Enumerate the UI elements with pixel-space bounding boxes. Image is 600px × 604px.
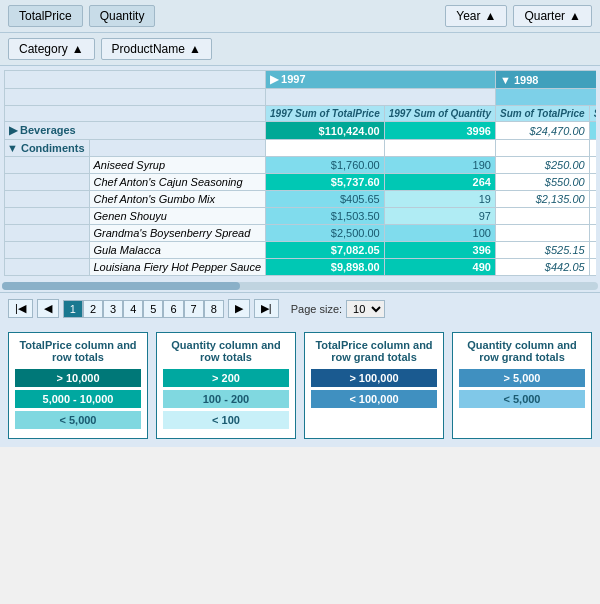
pivot-container: ▶ 1997 ▼ 1998 Quarter 1 1997 Sum of Tota… <box>0 66 600 280</box>
bev-1998tp: $24,470.00 <box>495 122 589 140</box>
product-name: Chef Anton's Gumbo Mix <box>89 191 266 208</box>
prod-1998tp: $250.00 <box>495 157 589 174</box>
page-2-btn[interactable]: 2 <box>83 300 103 318</box>
pivot-table: ▶ 1997 ▼ 1998 Quarter 1 1997 Sum of Tota… <box>4 70 596 276</box>
prod-1998tp <box>495 225 589 242</box>
first-page-btn[interactable]: |◀ <box>8 299 33 318</box>
scrollbar-thumb <box>2 282 240 290</box>
quarter1-header: Quarter 1 <box>495 89 596 106</box>
prod-1997tp: $1,760.00 <box>266 157 385 174</box>
row-indent <box>5 174 90 191</box>
page-5-btn[interactable]: 5 <box>143 300 163 318</box>
page-3-btn[interactable]: 3 <box>103 300 123 318</box>
legend-box-quantity: Quantity column and row totals > 200 100… <box>156 332 296 439</box>
legend-title-2: Quantity column and row totals <box>163 339 289 363</box>
legend-title-1: TotalPrice column and row totals <box>15 339 141 363</box>
prod-1997tp: $5,737.60 <box>266 174 385 191</box>
category-cell: ▶ Beverages <box>5 122 266 140</box>
quarter-label: Quarter <box>524 9 565 23</box>
quarter-sort-icon: ▲ <box>569 9 581 23</box>
prod-1998qty <box>589 225 596 242</box>
legend-box-totalprice-grand: TotalPrice column and row grand totals >… <box>304 332 444 439</box>
row-indent <box>5 157 90 174</box>
sum1997qty-header: 1997 Sum of Quantity <box>384 106 495 122</box>
c-1997qty <box>384 140 495 157</box>
category-filter-btn[interactable]: Category ▲ <box>8 38 95 60</box>
productname-sort-icon: ▲ <box>189 42 201 56</box>
quarter-sort-btn[interactable]: Quarter ▲ <box>513 5 592 27</box>
sum-tp-header: Sum of TotalPrice <box>495 106 589 122</box>
sum-qty-header: Sum of Quantity <box>589 106 596 122</box>
year-label: Year <box>456 9 480 23</box>
prod-1998qty <box>589 208 596 225</box>
c-1998qty <box>589 140 596 157</box>
prev-page-btn[interactable]: ◀ <box>37 299 59 318</box>
c-1997tp <box>266 140 385 157</box>
prod-1997qty: 97 <box>384 208 495 225</box>
legend-title-4: Quantity column and row grand totals <box>459 339 585 363</box>
page-7-btn[interactable]: 7 <box>184 300 204 318</box>
prod-1998qty: 27 <box>589 242 596 259</box>
prod-1997tp: $405.65 <box>266 191 385 208</box>
legend-item-1-1: > 10,000 <box>15 369 141 387</box>
prod-1997qty: 100 <box>384 225 495 242</box>
legend-item-2-1: > 200 <box>163 369 289 387</box>
prod-1997tp: $7,082.05 <box>266 242 385 259</box>
product-name: Chef Anton's Cajun Seasoning <box>89 174 266 191</box>
legend-item-3-2: < 100,000 <box>311 390 437 408</box>
year-sort-btn[interactable]: Year ▲ <box>445 5 507 27</box>
filter-toolbar: Category ▲ ProductName ▲ <box>0 33 600 66</box>
legend-area: TotalPrice column and row totals > 10,00… <box>0 324 600 447</box>
product-name: Genen Shouyu <box>89 208 266 225</box>
product-name: Gula Malacca <box>89 242 266 259</box>
page-size-select[interactable]: 10 20 50 <box>346 300 385 318</box>
prod-1998qty: 100 <box>589 191 596 208</box>
prod-1997qty: 396 <box>384 242 495 259</box>
legend-item-1-3: < 5,000 <box>15 411 141 429</box>
prod-1997tp: $2,500.00 <box>266 225 385 242</box>
prod-1997tp: $1,503.50 <box>266 208 385 225</box>
product-name: Aniseed Syrup <box>89 157 266 174</box>
quantity-btn[interactable]: Quantity <box>89 5 156 27</box>
horizontal-scrollbar[interactable] <box>0 280 600 292</box>
page-4-btn[interactable]: 4 <box>123 300 143 318</box>
year-1997-header: ▶ 1997 <box>266 71 496 89</box>
row-indent <box>5 259 90 276</box>
legend-title-3: TotalPrice column and row grand totals <box>311 339 437 363</box>
year-1998-header: ▼ 1998 <box>495 71 596 89</box>
totalprice-btn[interactable]: TotalPrice <box>8 5 83 27</box>
row-indent <box>5 208 90 225</box>
legend-item-4-2: < 5,000 <box>459 390 585 408</box>
legend-box-quantity-grand: Quantity column and row grand totals > 5… <box>452 332 592 439</box>
prod-1998tp: $525.15 <box>495 242 589 259</box>
legend-item-1-2: 5,000 - 10,000 <box>15 390 141 408</box>
row-indent <box>5 191 90 208</box>
prod-1998tp: $550.00 <box>495 174 589 191</box>
sum1997tp-header: 1997 Sum of TotalPrice <box>266 106 385 122</box>
page-size-label: Page size: <box>291 303 342 315</box>
row-indent <box>5 225 90 242</box>
prod-1998qty: 25 <box>589 174 596 191</box>
next-page-btn[interactable]: ▶ <box>228 299 250 318</box>
page-1-btn[interactable]: 1 <box>63 300 83 318</box>
category-sort-icon: ▲ <box>72 42 84 56</box>
scrollbar-track <box>2 282 598 290</box>
prod-1998tp <box>495 208 589 225</box>
bev-1997tp: $110,424.00 <box>266 122 385 140</box>
legend-item-2-2: 100 - 200 <box>163 390 289 408</box>
legend-item-3-1: > 100,000 <box>311 369 437 387</box>
pagination-bar: |◀ ◀ 12345678 ▶ ▶| Page size: 10 20 50 <box>0 292 600 324</box>
toolbar: TotalPrice Quantity Year ▲ Quarter ▲ <box>0 0 600 33</box>
last-page-btn[interactable]: ▶| <box>254 299 279 318</box>
bev-1998qty: 1092 <box>589 122 596 140</box>
productname-filter-btn[interactable]: ProductName ▲ <box>101 38 212 60</box>
legend-box-totalprice: TotalPrice column and row totals > 10,00… <box>8 332 148 439</box>
prod-1998tp: $2,135.00 <box>495 191 589 208</box>
page-8-btn[interactable]: 8 <box>204 300 224 318</box>
page-6-btn[interactable]: 6 <box>163 300 183 318</box>
product-name: Louisiana Fiery Hot Pepper Sauce <box>89 259 266 276</box>
condiments-empty <box>89 140 266 157</box>
productname-label: ProductName <box>112 42 185 56</box>
row-indent <box>5 242 90 259</box>
prod-1998qty: 21 <box>589 259 596 276</box>
